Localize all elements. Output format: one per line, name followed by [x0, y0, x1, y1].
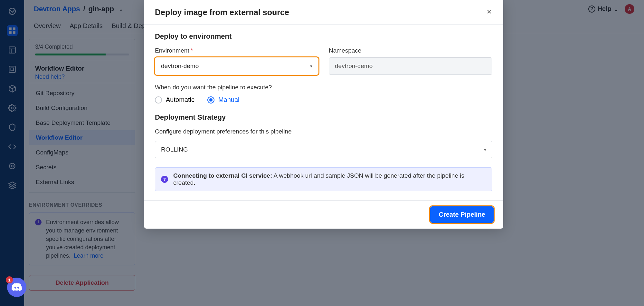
- info-bold: Connecting to external CI service:: [173, 172, 272, 179]
- chevron-down-icon: ▾: [310, 64, 312, 69]
- strategy-value: ROLLING: [161, 146, 188, 153]
- environment-select[interactable]: devtron-demo ▾: [155, 57, 318, 75]
- close-icon[interactable]: [486, 8, 492, 16]
- environment-value: devtron-demo: [161, 63, 199, 70]
- create-pipeline-button[interactable]: Create Pipeline: [430, 206, 494, 223]
- execute-radio-group: Automatic Manual: [155, 96, 492, 104]
- radio-circle-icon: [155, 96, 162, 104]
- namespace-value: devtron-demo: [335, 63, 373, 70]
- execute-question: When do you want the pipeline to execute…: [155, 84, 492, 91]
- chevron-down-icon: ▾: [484, 147, 486, 152]
- namespace-label: Namespace: [329, 47, 492, 54]
- namespace-field: devtron-demo: [329, 57, 492, 75]
- modal-body: Deploy to environment Environment* devtr…: [144, 25, 503, 200]
- discord-badge: 1: [6, 276, 13, 283]
- radio-automatic[interactable]: Automatic: [155, 96, 194, 104]
- modal-footer: Create Pipeline: [144, 200, 503, 229]
- question-icon: ?: [161, 176, 168, 183]
- modal-header: Deploy image from external source: [144, 0, 503, 25]
- deploy-env-heading: Deploy to environment: [155, 32, 492, 41]
- strategy-heading: Deployment Strategy: [155, 113, 492, 122]
- discord-button[interactable]: 1: [7, 278, 26, 297]
- strategy-select[interactable]: ROLLING ▾: [155, 141, 492, 158]
- external-ci-info: ? Connecting to external CI service: A w…: [155, 167, 492, 191]
- modal-title: Deploy image from external source: [155, 8, 289, 17]
- environment-label: Environment*: [155, 47, 318, 54]
- radio-manual[interactable]: Manual: [207, 96, 240, 104]
- strategy-desc: Configure deployment preferences for thi…: [155, 128, 492, 135]
- radio-circle-selected-icon: [207, 96, 214, 104]
- deploy-external-modal: Deploy image from external source Deploy…: [144, 0, 503, 229]
